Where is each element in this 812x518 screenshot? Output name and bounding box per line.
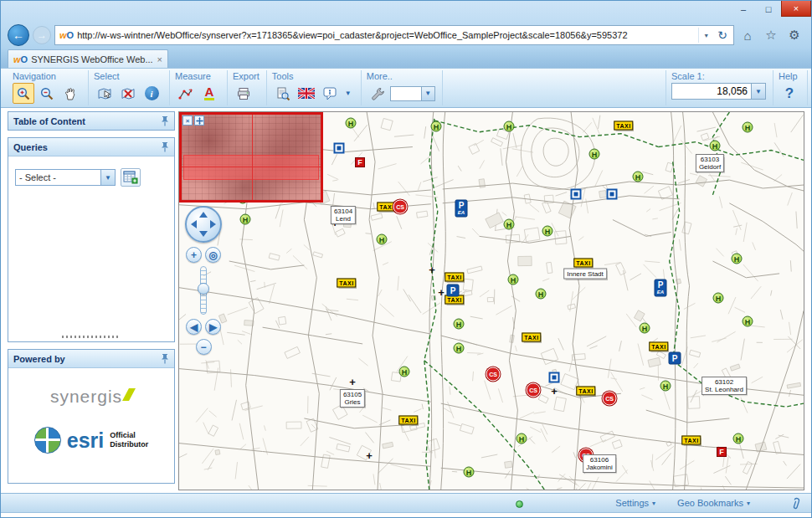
hydrant-marker[interactable]: H — [733, 433, 744, 444]
paperclip-icon[interactable] — [790, 496, 801, 510]
parking-marker[interactable]: PEA — [455, 200, 468, 218]
favorites-star-icon[interactable]: ☆ — [761, 28, 781, 43]
cross-marker[interactable]: + — [429, 264, 435, 276]
parking-marker[interactable]: P — [447, 285, 460, 297]
overview-extent-box[interactable] — [183, 155, 319, 180]
print-button[interactable] — [233, 83, 254, 104]
measure-tool-button[interactable] — [175, 83, 197, 104]
hydrant-marker[interactable]: H — [536, 289, 547, 300]
minimize-button[interactable]: – — [731, 1, 756, 17]
zoom-in-tool-button[interactable] — [13, 83, 34, 104]
queries-pin-icon[interactable] — [161, 141, 169, 152]
hydrant-marker[interactable]: H — [240, 214, 251, 225]
forward-button[interactable]: → — [33, 26, 51, 44]
pan-tool-button[interactable] — [59, 83, 81, 104]
hydrant-marker[interactable]: H — [542, 226, 553, 237]
close-button[interactable]: × — [781, 1, 811, 17]
next-extent-button[interactable]: ▶ — [205, 319, 221, 335]
taxi-marker[interactable]: TAXI — [614, 121, 633, 131]
cross-marker[interactable]: + — [438, 286, 445, 299]
map-viewport[interactable]: HHHHHHHHHHHHHHHHHHHHHHHHHHHTAXITAXITAXIT… — [178, 111, 804, 490]
back-button[interactable]: ← — [8, 24, 29, 46]
search-map-tool-button[interactable] — [272, 83, 294, 104]
hydrant-marker[interactable]: H — [377, 234, 388, 245]
toc-pin-icon[interactable] — [161, 115, 169, 126]
scale-input[interactable] — [671, 83, 752, 100]
pan-left-arrow[interactable] — [191, 220, 197, 228]
tab-close-icon[interactable]: × — [157, 54, 162, 64]
identify-tool-button[interactable]: i — [141, 83, 162, 104]
hydrant-marker[interactable]: H — [454, 343, 465, 354]
citybus-marker[interactable]: CS — [527, 383, 541, 397]
query-report-button[interactable] — [121, 168, 141, 187]
pan-control[interactable] — [185, 206, 222, 243]
url-dropdown-icon[interactable]: ▼ — [698, 28, 713, 43]
overview-map[interactable]: × — [179, 112, 323, 203]
url-input[interactable] — [74, 30, 698, 40]
hydrant-marker[interactable]: H — [464, 467, 475, 478]
queries-panel-header[interactable]: Queries — [8, 138, 174, 156]
home-icon[interactable]: ⌂ — [737, 28, 758, 43]
poi-square-marker[interactable] — [549, 372, 560, 383]
full-extent-button[interactable]: ◎ — [205, 247, 221, 263]
cross-marker[interactable]: + — [366, 449, 373, 462]
zoom-in-button[interactable]: + — [186, 247, 202, 263]
taxi-marker[interactable]: TAXI — [522, 333, 541, 342]
taxi-marker[interactable]: TAXI — [681, 436, 701, 445]
parking-marker[interactable]: P — [669, 352, 681, 365]
hydrant-marker[interactable]: H — [508, 274, 519, 285]
powered-by-panel-header[interactable]: Powered by — [8, 350, 174, 367]
previous-extent-button[interactable]: ◀ — [186, 319, 202, 335]
citybus-marker[interactable]: CS — [393, 200, 408, 214]
help-button[interactable]: ? — [779, 83, 800, 104]
hydrant-marker[interactable]: H — [633, 172, 644, 182]
citybus-marker[interactable]: CS — [486, 367, 501, 382]
hydrant-marker[interactable]: H — [454, 319, 465, 330]
maximize-button[interactable]: □ — [756, 1, 781, 17]
refresh-icon[interactable]: ↻ — [713, 28, 732, 42]
hydrant-marker[interactable]: H — [713, 293, 724, 304]
citybus-marker[interactable]: CS — [603, 392, 617, 406]
overview-close-icon[interactable]: × — [182, 115, 193, 126]
settings-menu[interactable]: Settings ▾ — [615, 498, 655, 508]
cross-marker[interactable]: + — [551, 385, 558, 397]
hydrant-marker[interactable]: H — [516, 433, 527, 444]
hydrant-marker[interactable]: H — [743, 316, 753, 327]
zoom-out-button[interactable]: − — [196, 339, 212, 355]
taxi-marker[interactable]: TAXI — [573, 259, 593, 268]
hydrant-marker[interactable]: H — [743, 122, 753, 133]
hydrant-marker[interactable]: H — [640, 323, 650, 334]
query-select-arrow-icon[interactable]: ▼ — [100, 170, 115, 185]
pan-up-arrow[interactable] — [199, 212, 208, 218]
poi-square-marker[interactable] — [607, 189, 618, 200]
panel-resize-handle[interactable] — [62, 336, 121, 338]
geo-bookmarks-menu[interactable]: Geo Bookmarks ▾ — [677, 498, 750, 508]
pan-right-arrow[interactable] — [210, 220, 216, 228]
cross-marker[interactable]: + — [349, 376, 356, 388]
fire-marker[interactable]: F — [717, 447, 727, 457]
info-balloon-tool-button[interactable] — [319, 83, 341, 104]
poi-square-marker[interactable] — [334, 143, 345, 154]
language-tool-button[interactable] — [296, 83, 317, 104]
taxi-marker[interactable]: TAXI — [337, 279, 356, 288]
more-dropdown[interactable]: ▼ — [390, 86, 435, 101]
hydrant-marker[interactable]: H — [346, 118, 357, 129]
hydrant-marker[interactable]: H — [660, 381, 671, 392]
tools-dropdown-icon[interactable]: ▼ — [342, 90, 354, 97]
hydrant-marker[interactable]: H — [504, 121, 515, 132]
select-tool-button[interactable] — [94, 83, 116, 104]
zoom-out-tool-button[interactable] — [36, 83, 58, 104]
settings-gear-icon[interactable]: ⚙ — [784, 28, 804, 43]
taxi-marker[interactable]: TAXI — [649, 342, 668, 351]
hydrant-marker[interactable]: H — [732, 254, 743, 264]
zoom-slider-handle[interactable] — [198, 283, 209, 295]
hydrant-marker[interactable]: H — [504, 219, 515, 230]
hydrant-marker[interactable]: H — [399, 367, 410, 377]
overview-move-icon[interactable] — [194, 115, 204, 126]
query-select[interactable]: - Select - ▼ — [15, 169, 116, 186]
hydrant-marker[interactable]: H — [589, 149, 600, 160]
settings-tool-button[interactable] — [367, 83, 388, 104]
scale-dropdown-icon[interactable]: ▼ — [752, 83, 766, 100]
fire-marker[interactable]: F — [355, 157, 365, 167]
powered-by-pin-icon[interactable] — [161, 353, 169, 364]
